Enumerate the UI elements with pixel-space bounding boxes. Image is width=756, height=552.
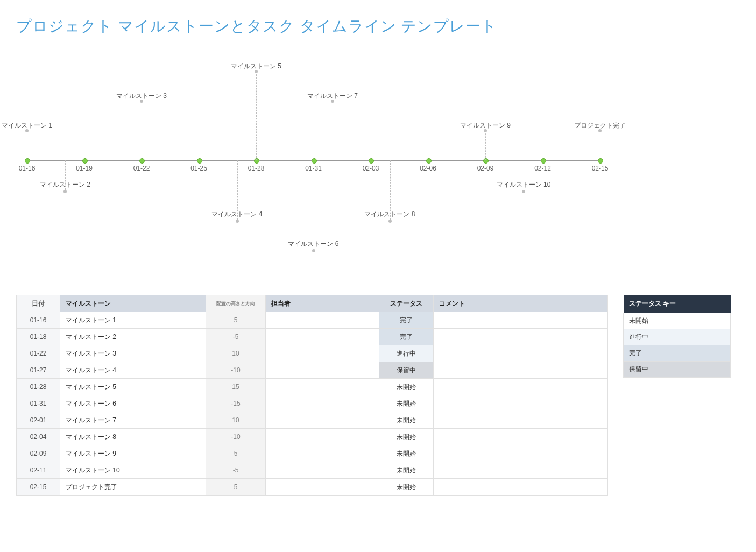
cell-status: 進行中 (379, 345, 434, 362)
status-key-body: 未開始進行中完了保留中 (624, 313, 731, 378)
cell-owner (266, 462, 379, 479)
table-row: 01-31マイルストーン 6-15未開始 (17, 395, 608, 412)
cell-owner (266, 412, 379, 429)
cell-owner (266, 479, 379, 496)
axis-tick-label: 01-25 (190, 165, 207, 172)
milestone-end-dot (63, 190, 67, 193)
milestone-end-dot (236, 220, 239, 223)
col-header-height: 配置の高さと方向 (206, 295, 266, 312)
cell-comment (434, 362, 608, 379)
cell-name: マイルストーン 9 (60, 445, 206, 462)
status-key-row: 完了 (624, 345, 731, 362)
cell-height: -10 (206, 362, 266, 379)
cell-date: 02-09 (17, 445, 60, 462)
table-row: 02-15プロジェクト完了5未開始 (17, 479, 608, 496)
cell-date: 01-31 (17, 395, 60, 412)
table-row: 01-22マイルストーン 310進行中 (17, 345, 608, 362)
col-header-status: ステータス (379, 295, 434, 312)
cell-status: 完了 (379, 312, 434, 329)
cell-height: 5 (206, 312, 266, 329)
milestone-stem (333, 101, 333, 160)
status-key-cell: 完了 (624, 345, 731, 362)
col-header-date: 日付 (17, 295, 60, 312)
axis-tick-dot (541, 158, 546, 164)
milestone-stem (256, 72, 257, 160)
cell-status: 未開始 (379, 479, 434, 496)
axis-tick-dot (25, 158, 30, 164)
col-header-comment: コメント (434, 295, 608, 312)
cell-date: 01-28 (17, 379, 60, 395)
cell-name: マイルストーン 10 (60, 462, 206, 479)
status-key-table: ステータス キー 未開始進行中完了保留中 (623, 295, 731, 378)
milestone-label: マイルストーン 10 (497, 180, 551, 189)
cell-status: 未開始 (379, 429, 434, 445)
cell-comment (434, 379, 608, 395)
axis-tick-label: 02-09 (477, 165, 494, 172)
cell-comment (434, 345, 608, 362)
cell-status: 未開始 (379, 445, 434, 462)
cell-name: マイルストーン 8 (60, 429, 206, 445)
cell-status: 未開始 (379, 462, 434, 479)
axis-tick-label: 02-06 (420, 165, 436, 172)
cell-height: -5 (206, 329, 266, 345)
cell-date: 01-22 (17, 345, 60, 362)
table-row: 01-27マイルストーン 4-10保留中 (17, 362, 608, 379)
cell-name: マイルストーン 6 (60, 395, 206, 412)
axis-tick-label: 01-28 (248, 165, 265, 172)
col-header-name: マイルストーン (60, 295, 206, 312)
milestone-stem (485, 131, 486, 160)
cell-status: 未開始 (379, 412, 434, 429)
milestone-label: マイルストーン 5 (231, 62, 281, 71)
milestone-stem (27, 131, 27, 160)
cell-status: 未開始 (379, 395, 434, 412)
status-key-row: 保留中 (624, 362, 731, 378)
milestone-stem (142, 101, 142, 160)
milestone-end-dot (388, 220, 392, 223)
status-key-cell: 保留中 (624, 362, 731, 378)
milestone-stem (600, 131, 600, 160)
cell-owner (266, 345, 379, 362)
status-key-row: 未開始 (624, 313, 731, 329)
cell-height: 5 (206, 445, 266, 462)
axis-tick-dot (82, 158, 88, 164)
status-key-cell: 進行中 (624, 329, 731, 345)
cell-date: 02-04 (17, 429, 60, 445)
cell-name: プロジェクト完了 (60, 479, 206, 496)
table-row: 02-11マイルストーン 10-5未開始 (17, 462, 608, 479)
milestone-label: マイルストーン 7 (307, 91, 358, 101)
cell-status: 完了 (379, 329, 434, 345)
axis-tick-dot (598, 158, 603, 164)
col-header-owner: 担当者 (266, 295, 379, 312)
cell-comment (434, 462, 608, 479)
cell-name: マイルストーン 2 (60, 329, 206, 345)
milestone-table: 日付 マイルストーン 配置の高さと方向 担当者 ステータス コメント 01-16… (16, 295, 608, 496)
cell-owner (266, 362, 379, 379)
cell-owner (266, 312, 379, 329)
cell-height: 10 (206, 345, 266, 362)
cell-comment (434, 479, 608, 496)
cell-name: マイルストーン 5 (60, 379, 206, 395)
cell-height: 15 (206, 379, 266, 395)
axis-tick-label: 02-03 (363, 165, 379, 172)
milestone-table-body: 01-16マイルストーン 15完了01-18マイルストーン 2-5完了01-22… (17, 312, 608, 496)
cell-comment (434, 445, 608, 462)
status-key-row: 進行中 (624, 329, 731, 345)
milestone-end-dot (522, 190, 525, 193)
axis-tick-label: 01-16 (19, 165, 36, 172)
cell-date: 02-01 (17, 412, 60, 429)
milestone-label: マイルストーン 9 (460, 121, 511, 130)
cell-height: 10 (206, 412, 266, 429)
cell-owner (266, 445, 379, 462)
cell-height: -10 (206, 429, 266, 445)
cell-name: マイルストーン 1 (60, 312, 206, 329)
axis-tick-dot (254, 158, 259, 164)
status-key-cell: 未開始 (624, 313, 731, 329)
axis-tick-label: 02-12 (534, 165, 551, 172)
table-row: 01-18マイルストーン 2-5完了 (17, 329, 608, 345)
cell-comment (434, 412, 608, 429)
axis-tick-dot (426, 158, 432, 164)
milestone-label: マイルストーン 3 (116, 91, 167, 101)
cell-date: 02-11 (17, 462, 60, 479)
milestone-label: マイルストーン 1 (2, 121, 52, 130)
cell-name: マイルストーン 7 (60, 412, 206, 429)
